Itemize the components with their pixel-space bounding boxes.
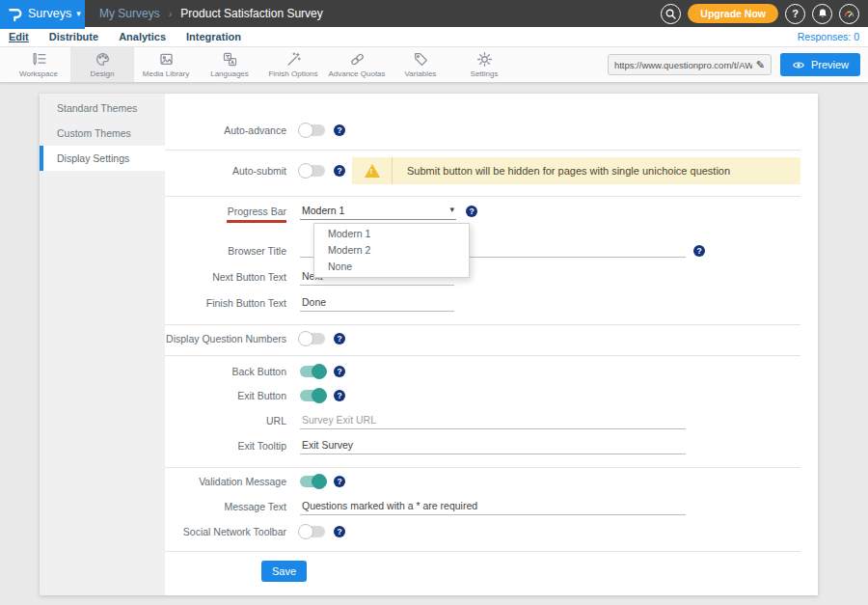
variables-icon [413, 51, 429, 68]
dropdown-option-none[interactable]: None [314, 259, 469, 275]
finish-options-icon [285, 51, 302, 68]
social-network-toolbar-row: Social Network Toolbar [165, 522, 818, 541]
dropdown-option-modern-1[interactable]: Modern 1 [314, 226, 469, 242]
toolbar-finish-options-label: Finish Options [268, 69, 317, 78]
finish-button-text-label: Finish Button Text [165, 297, 300, 309]
nav-tab-analytics[interactable]: Analytics [119, 31, 166, 42]
edit-url-icon[interactable]: ✎ [756, 59, 765, 71]
breadcrumb-current-survey: Product Satisfaction Survey [180, 7, 322, 20]
divider [165, 355, 800, 356]
toolbar-design[interactable]: Design [70, 47, 134, 82]
social-network-toolbar-toggle[interactable] [300, 526, 325, 537]
preview-button[interactable]: Preview [780, 53, 860, 76]
settings-icon [476, 51, 493, 68]
sidebar-item-display-settings[interactable]: Display Settings [40, 146, 165, 171]
media-library-icon [158, 51, 175, 68]
exit-button-help-icon[interactable] [334, 390, 345, 401]
design-palette-icon [95, 51, 111, 68]
caret-down-icon: ▾ [76, 9, 81, 18]
nav-tab-edit[interactable]: Edit [9, 31, 29, 42]
save-button[interactable]: Save [261, 561, 307, 582]
finish-button-text-row: Finish Button Text Done [165, 293, 818, 313]
toolbar-workspace[interactable]: Workspace [7, 47, 70, 82]
eye-icon [792, 60, 805, 70]
toolbar-advance-quotas[interactable]: Advance Quotas [325, 47, 389, 82]
help-button[interactable]: ? [785, 4, 805, 24]
auto-advance-label: Auto-advance [165, 124, 300, 136]
toolbar-right-group: https://www.questionpro.com/t/AW22Zh44 ✎… [608, 47, 868, 82]
toolbar-workspace-label: Workspace [19, 69, 58, 78]
survey-url-field[interactable]: https://www.questionpro.com/t/AW22Zh44 ✎ [608, 54, 772, 75]
upgrade-now-button[interactable]: Upgrade Now [688, 4, 778, 23]
logo-underline-accent [0, 27, 85, 29]
display-question-numbers-toggle[interactable] [300, 333, 325, 344]
annotation-underline [227, 220, 286, 223]
social-network-toolbar-help-icon[interactable] [334, 526, 345, 537]
progress-bar-row: Progress Bar Modern 1 [165, 202, 818, 221]
social-network-toolbar-label: Social Network Toolbar [165, 526, 300, 537]
back-button-toggle[interactable] [300, 366, 325, 377]
toolbar-media-library-label: Media Library [143, 69, 189, 78]
exit-url-label: URL [165, 415, 300, 426]
breadcrumb: My Surveys › Product Satisfaction Survey [99, 7, 323, 20]
exit-button-toggle[interactable] [300, 390, 325, 401]
auto-submit-warning: Submit button will be hidden for pages w… [352, 157, 800, 184]
display-settings-form: Auto-advance Auto-submit Submit button w… [165, 94, 818, 595]
toolbar-variables[interactable]: Variables [389, 47, 452, 82]
toolbar-media-library[interactable]: Media Library [134, 47, 198, 82]
auto-submit-toggle[interactable] [300, 165, 325, 177]
surveys-product-menu[interactable]: Surveys ▾ [0, 0, 85, 27]
survey-section-nav: Edit Distribute Analytics Integration Re… [0, 27, 868, 47]
message-text-label: Message Text [165, 501, 300, 512]
progress-bar-help-icon[interactable] [466, 206, 477, 217]
nav-tab-distribute[interactable]: Distribute [49, 31, 98, 42]
usage-meter-button[interactable] [839, 4, 859, 24]
breadcrumb-my-surveys[interactable]: My Surveys [99, 7, 160, 20]
auto-advance-help-icon[interactable] [334, 124, 345, 136]
warning-icon-cell [352, 157, 393, 184]
browser-title-help-icon[interactable] [693, 245, 705, 257]
exit-button-row: Exit Button [165, 386, 818, 405]
back-button-help-icon[interactable] [334, 366, 345, 377]
finish-button-text-input[interactable]: Done [300, 294, 454, 312]
workspace-icon [31, 51, 47, 68]
exit-tooltip-label: Exit Tooltip [165, 440, 300, 452]
message-text-row: Message Text Questions marked with a * a… [165, 497, 818, 516]
search-icon [665, 8, 677, 20]
browser-title-row: Browser Title [165, 241, 818, 261]
display-question-numbers-help-icon[interactable] [334, 333, 345, 344]
browser-title-label: Browser Title [165, 245, 300, 257]
validation-message-help-icon[interactable] [334, 476, 345, 487]
gauge-icon [843, 8, 855, 20]
warning-triangle-icon [365, 164, 380, 178]
next-button-text-row: Next Button Text Next [165, 267, 818, 287]
toolbar-finish-options[interactable]: Finish Options [261, 47, 325, 82]
exit-url-row: URL Survey Exit URL [165, 411, 818, 430]
sidebar-item-standard-themes[interactable]: Standard Themes [40, 96, 165, 121]
dropdown-option-modern-2[interactable]: Modern 2 [314, 242, 469, 259]
back-button-label: Back Button [165, 366, 300, 377]
themes-sidebar: Standard Themes Custom Themes Display Se… [40, 94, 165, 595]
message-text-input[interactable]: Questions marked with a * are required [300, 498, 686, 515]
breadcrumb-separator: › [169, 8, 173, 19]
validation-message-toggle[interactable] [300, 476, 325, 487]
exit-tooltip-input[interactable]: Exit Survey [300, 437, 686, 454]
notifications-button[interactable] [812, 4, 832, 24]
search-button[interactable] [661, 4, 681, 24]
sidebar-item-custom-themes[interactable]: Custom Themes [40, 121, 165, 146]
toolbar-advance-quotas-label: Advance Quotas [328, 69, 385, 78]
nav-tab-integration[interactable]: Integration [186, 31, 241, 42]
product-menu-label: Surveys [28, 7, 71, 20]
progress-bar-select[interactable]: Modern 1 [300, 203, 456, 220]
exit-url-input[interactable]: Survey Exit URL [300, 412, 686, 429]
divider [165, 467, 800, 468]
progress-bar-dropdown: Modern 1 Modern 2 None [313, 223, 470, 278]
auto-advance-toggle[interactable] [300, 124, 325, 136]
exit-tooltip-row: Exit Tooltip Exit Survey [165, 436, 818, 455]
header-actions: Upgrade Now ? [661, 4, 868, 24]
display-settings-panel: Standard Themes Custom Themes Display Se… [40, 94, 818, 595]
toolbar-settings[interactable]: Settings [452, 47, 516, 82]
auto-submit-help-icon[interactable] [334, 165, 345, 177]
toolbar-languages[interactable]: Languages [198, 47, 261, 82]
divider [165, 551, 800, 552]
